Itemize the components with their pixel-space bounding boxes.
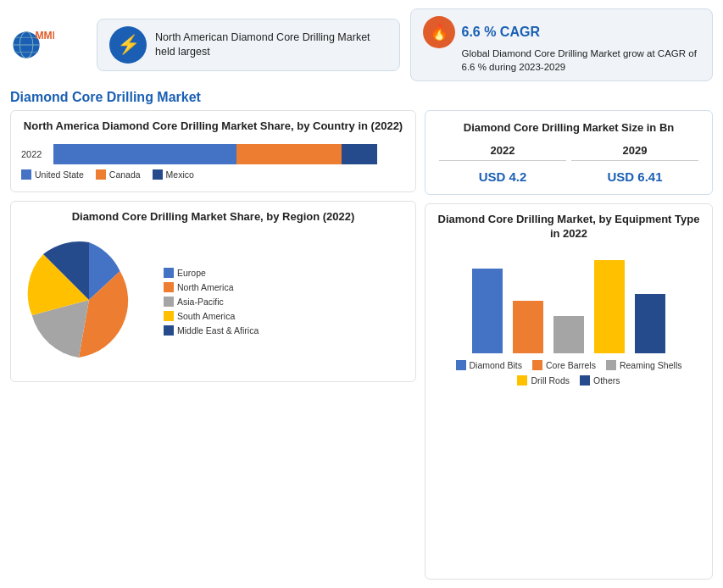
pie-swatch-middle-east [164,325,174,336]
pie-label-south-america: South America [177,311,235,321]
size-table-grid: 2022 2029 USD 4.2 USD 6.41 [439,144,698,184]
left-column: North America Diamond Core Drilling Mark… [10,110,416,580]
legend-swatch-canada [96,169,106,180]
bar-track [53,144,405,164]
pie-legend-north-america: North America [164,282,259,292]
equip-bar-others-rect [635,294,665,353]
equip-bar-others [635,294,665,353]
logo-area: MMR [10,23,86,67]
equip-bar-diamond-bits [472,269,503,353]
bar-mexico [342,144,377,164]
main-content: North America Diamond Core Drilling Mark… [10,110,713,580]
right-column: Diamond Core Drilling Market Size in Bn … [425,110,713,580]
equip-label-others: Others [593,375,620,386]
header-card-2: 🔥 6.6 % CAGR Global Diamond Core Drillin… [410,8,714,81]
pie-legend-asia-pacific: Asia-Pacific [164,297,259,307]
equip-chart-area: Diamond Bits Core Barrels Reaming Shells [436,248,702,389]
legend-canada: Canada [96,169,141,180]
bar-year-label: 2022 [21,149,48,159]
year-label-2022: 2022 [439,144,566,161]
size-table-title: Diamond Core Drilling Market Size in Bn [439,121,698,136]
bar-row-2022: 2022 [21,144,405,164]
globe-logo-icon: MMR [10,23,54,67]
section-title: Diamond Core Drilling Market [10,90,713,105]
equip-swatch-core-barrels [532,360,542,370]
page-container: MMR ⚡ North American Diamond Core Drilli… [0,0,723,588]
equip-bars [436,252,702,353]
legend-label-mexico: Mexico [166,169,194,180]
equip-swatch-diamond-bits [456,360,466,370]
size-table-box: Diamond Core Drilling Market Size in Bn … [425,110,713,195]
pie-svg [21,235,157,366]
equip-label-core-barrels: Core Barrels [546,360,596,370]
equip-bar-drill-rods [594,260,625,353]
pie-swatch-south-america [164,311,174,321]
pie-svg-container [21,235,157,369]
bar-chart-area: 2022 United State [21,141,405,183]
equip-bar-core-barrels [513,301,543,353]
equip-bar-reaming-shells [553,316,584,353]
legend-label-canada: Canada [109,169,141,180]
equip-legend-diamond-bits: Diamond Bits [456,360,522,370]
equip-legend-drill-rods: Drill Rods [517,375,570,386]
equip-bar-reaming-shells-rect [553,316,584,353]
equip-swatch-drill-rods [517,375,527,386]
header-strip: MMR ⚡ North American Diamond Core Drilli… [10,8,713,81]
equip-label-diamond-bits: Diamond Bits [470,360,522,370]
legend-swatch-mexico [153,169,163,180]
bar-chart-title: North America Diamond Core Drilling Mark… [21,119,405,134]
card1-text: North American Diamond Core Drilling Mar… [155,31,387,60]
value-2029: USD 6.41 [571,166,698,184]
svg-text:MMR: MMR [35,30,54,42]
bar-canada [236,144,342,164]
legend-swatch-us [21,169,31,180]
pie-label-middle-east: Middle East & Afirica [177,325,259,336]
pie-legend-south-america: South America [164,311,259,321]
equip-legend-core-barrels: Core Barrels [532,360,596,370]
legend-united-state: United State [21,169,84,180]
cagr-top: 🔥 6.6 % CAGR [423,16,540,48]
equip-chart-box: Diamond Core Drilling Market, by Equipme… [425,203,713,580]
equip-swatch-reaming-shells [606,360,616,370]
pie-chart-box: Diamond Core Drilling Market Share, by R… [10,201,416,382]
flame-icon: 🔥 [423,16,455,48]
pie-legend-europe: Europe [164,268,259,278]
equip-bar-core-barrels-rect [513,301,543,353]
pie-swatch-europe [164,268,174,278]
pie-swatch-north-america [164,282,174,292]
pie-label-north-america: North America [177,282,234,292]
value-2022: USD 4.2 [439,166,566,184]
equip-chart-title: Diamond Core Drilling Market, by Equipme… [436,213,702,241]
equip-legend-reaming-shells: Reaming Shells [606,360,682,370]
equip-label-reaming-shells: Reaming Shells [620,360,682,370]
cagr-label: 6.6 % CAGR [462,25,540,40]
header-card-1: ⚡ North American Diamond Core Drilling M… [97,19,400,71]
year-label-2029: 2029 [571,144,698,161]
lightning-icon: ⚡ [109,26,147,64]
legend-label-us: United State [35,169,84,180]
bar-chart-box: North America Diamond Core Drilling Mark… [10,110,416,192]
legend-mexico: Mexico [153,169,194,180]
bar-legend: United State Canada Mexico [21,169,405,180]
pie-label-europe: Europe [177,268,206,278]
equip-swatch-others [580,375,590,386]
pie-legend-middle-east: Middle East & Afirica [164,325,259,336]
bar-united-state [53,144,236,164]
pie-swatch-asia-pacific [164,297,174,307]
equip-bar-drill-rods-rect [594,260,625,353]
equip-legend: Diamond Bits Core Barrels Reaming Shells [436,360,702,386]
equip-bar-diamond-bits-rect [472,269,503,353]
equip-label-drill-rods: Drill Rods [531,375,570,386]
pie-legend: Europe North America Asia-Pacific S [164,268,259,336]
pie-chart-title: Diamond Core Drilling Market Share, by R… [21,210,405,225]
equip-legend-others: Others [580,375,620,386]
card2-text: Global Diamond Core Drilling Market grow… [462,47,701,74]
pie-label-asia-pacific: Asia-Pacific [177,297,224,307]
pie-chart-wrapper: Europe North America Asia-Pacific S [21,231,405,373]
